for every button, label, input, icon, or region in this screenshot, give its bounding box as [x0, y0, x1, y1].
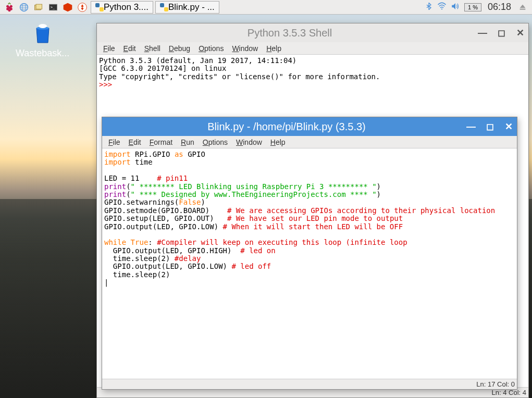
svg-rect-12: [36, 4, 42, 9]
menu-file[interactable]: File: [99, 43, 119, 54]
taskbar-app-blink-py[interactable]: Blink.py - ...: [155, 1, 219, 14]
menu-window[interactable]: Window: [228, 43, 262, 54]
taskbar-app-python-shell[interactable]: Python 3....: [91, 1, 153, 14]
shell-cursor-position: Ln: 4 Col: 4: [492, 389, 527, 396]
menu-options[interactable]: Options: [194, 43, 228, 54]
python-icon: [160, 3, 168, 11]
menu-edit[interactable]: Edit: [125, 137, 145, 147]
svg-marker-20: [452, 3, 455, 9]
svg-point-5: [8, 9, 11, 11]
menu-file[interactable]: File: [104, 137, 125, 147]
menu-debug[interactable]: Debug: [165, 43, 194, 54]
menu-options[interactable]: Options: [199, 137, 232, 147]
close-button[interactable]: ✕: [504, 122, 513, 131]
wolfram-icon[interactable]: [76, 1, 89, 14]
battery-percent: 1 %: [468, 4, 478, 10]
editor-window-title: Blink.py - /home/pi/Blink.py (3.5.3): [106, 121, 467, 133]
svg-marker-15: [64, 3, 72, 11]
terminal-icon[interactable]: >_: [47, 1, 59, 14]
editor-cursor-position: Ln: 17 Col: 0: [476, 380, 515, 388]
menu-shell[interactable]: Shell: [140, 43, 165, 54]
editor-content[interactable]: import RPi.GPIO as GPIO import time LED …: [102, 148, 517, 379]
svg-point-24: [39, 24, 47, 28]
editor-menubar: File Edit Format Run Options Window Help: [102, 136, 517, 148]
file-manager-icon[interactable]: [32, 1, 45, 14]
menu-format[interactable]: Format: [145, 137, 177, 147]
taskbar-systray: 1 % 06:18: [423, 1, 530, 14]
volume-icon[interactable]: [451, 2, 460, 13]
menu-edit[interactable]: Edit: [119, 43, 140, 54]
editor-window: Blink.py - /home/pi/Blink.py (3.5.3) — ◻…: [102, 117, 517, 390]
minimize-button[interactable]: —: [478, 29, 487, 37]
close-button[interactable]: ✕: [516, 29, 524, 37]
svg-text:>_: >_: [51, 5, 55, 9]
clock[interactable]: 06:18: [488, 2, 511, 13]
eject-icon[interactable]: [516, 1, 529, 14]
python-icon: [95, 3, 104, 11]
wastebasket-desktop-icon[interactable]: Wastebask...: [16, 21, 69, 59]
shell-menubar: File Edit Shell Debug Options Window Hel…: [97, 42, 528, 55]
trash-icon: [30, 21, 55, 46]
maximize-button[interactable]: ◻: [497, 29, 505, 37]
raspberry-menu-icon[interactable]: [3, 1, 16, 14]
wastebasket-label: Wastebask...: [16, 48, 69, 59]
svg-rect-22: [520, 8, 526, 9]
editor-statusbar: Ln: 17 Col: 0: [102, 379, 517, 389]
shell-window-title: Python 3.5.3 Shell: [101, 27, 478, 39]
maximize-button[interactable]: ◻: [486, 122, 494, 131]
web-browser-icon[interactable]: [18, 1, 30, 14]
taskbar: >_ Python 3.... Blink.py - ... 1 % 06:18: [0, 0, 532, 15]
menu-window[interactable]: Window: [232, 137, 266, 147]
taskbar-app-label: Blink.py - ...: [168, 2, 215, 13]
svg-point-4: [8, 6, 11, 9]
editor-titlebar[interactable]: Blink.py - /home/pi/Blink.py (3.5.3) — ◻…: [102, 117, 517, 136]
mathematica-icon[interactable]: [61, 1, 74, 14]
svg-point-19: [441, 8, 442, 9]
menu-help[interactable]: Help: [262, 43, 286, 54]
menu-run[interactable]: Run: [177, 137, 199, 147]
bluetooth-icon[interactable]: [425, 2, 433, 13]
shell-titlebar[interactable]: Python 3.5.3 Shell — ◻ ✕: [97, 23, 528, 42]
minimize-button[interactable]: —: [467, 122, 475, 131]
svg-marker-21: [520, 4, 526, 8]
taskbar-app-label: Python 3....: [104, 2, 149, 13]
wifi-icon[interactable]: [437, 2, 447, 13]
menu-help[interactable]: Help: [266, 137, 290, 147]
battery-indicator[interactable]: 1 %: [464, 3, 481, 11]
